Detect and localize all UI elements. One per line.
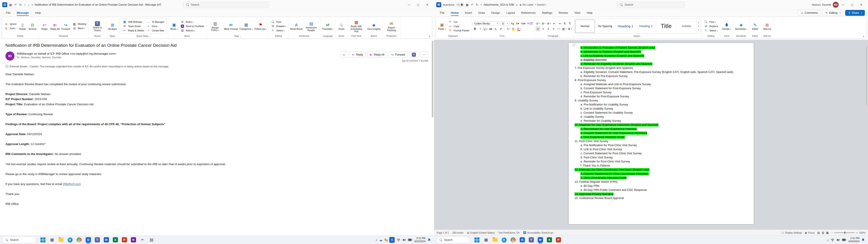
read-aloud-button[interactable]: ARead Aloud <box>289 22 303 31</box>
restore-button[interactable]: ▢ <box>848 1 857 8</box>
reply-with-scheduling-poll-button[interactable]: ▦Reply with Scheduling Poll <box>348 19 364 33</box>
task-view-button-icon[interactable]: ▦ <box>482 236 490 244</box>
word-app-icon[interactable]: W <box>536 236 544 244</box>
dictate-button[interactable]: ⬮Dictate▾ <box>721 22 732 31</box>
minimize-button[interactable]: — <box>839 1 848 8</box>
chrome-browser-icon[interactable] <box>75 236 83 244</box>
document-list-item[interactable]: b. Clinic Coordinator Interview Guide <box>575 176 748 180</box>
document-list-item[interactable]: b. Link to Usability Survey <box>575 106 748 111</box>
mark-unread-button[interactable]: ✉Mark Unread <box>223 22 239 31</box>
word-app-icon[interactable]: W <box>102 236 110 244</box>
tab-file[interactable]: File <box>3 10 13 16</box>
font-size-select[interactable]: 11▾ <box>500 22 509 26</box>
document-list-item[interactable]: b. Consent Statement for User Experience… <box>575 131 748 135</box>
align-center-button[interactable]: ≡ <box>541 27 546 31</box>
sensitivity-label-badge[interactable]: ◈ No Label <box>520 3 533 6</box>
tab-layout[interactable]: Layout <box>504 10 518 16</box>
share-person-icon[interactable]: ⩍ <box>516 3 518 6</box>
actions-button[interactable]: ▤Actions▾ <box>179 28 205 33</box>
tab-help[interactable]: Help <box>32 10 43 16</box>
style-subtitle[interactable]: Subtitle <box>677 20 697 33</box>
quickstep-40th-birthday[interactable]: ▦40th Birthday <box>121 20 145 24</box>
document-page[interactable]: a. Introduction to Providers of Patient … <box>569 43 754 224</box>
wifi-icon[interactable] <box>397 238 400 242</box>
reply-all-button[interactable]: ⇇Reply All <box>50 22 60 31</box>
email-link[interactable]: IRB@icfi.com <box>63 182 81 186</box>
customize-quick-access-icon[interactable]: ▾ <box>481 4 482 6</box>
document-list-item[interactable]: b. 60-Day FRN Public Comment and CDC Res… <box>575 188 748 192</box>
task-view-button-icon[interactable]: ▦ <box>48 236 56 244</box>
status-283-words[interactable]: 283 words <box>453 231 463 234</box>
font-name-select[interactable]: Calibri (Body)▾ <box>473 22 499 26</box>
quickstep-to-manager[interactable]: →To Manager <box>145 20 165 24</box>
close-button[interactable]: ✕ <box>857 1 866 8</box>
document-list-item[interactable]: b. Introduction to Patients (English and… <box>575 50 748 54</box>
excel-app-icon[interactable]: X <box>545 236 553 244</box>
status-english-united-states-[interactable]: ▤English (United States) <box>467 231 495 234</box>
reply-button[interactable]: ↩Reply <box>349 52 366 58</box>
tab-file[interactable]: File <box>437 10 447 16</box>
document-list-item[interactable]: 15. Institutional Review Board Approval <box>575 196 748 200</box>
zoom-out-icon[interactable]: − <box>831 231 833 234</box>
text-highlight-button[interactable]: A▾ <box>511 27 516 31</box>
web-layout-icon[interactable]: ▦ <box>826 231 829 234</box>
tab-references[interactable]: References <box>519 10 538 16</box>
find-button[interactable]: Find▾ <box>703 20 719 24</box>
decrease-font-size-button[interactable]: A▾ <box>515 21 520 26</box>
document-list-item[interactable]: a. Consent Statement for Clinic Coordina… <box>575 172 748 176</box>
document-list-item[interactable]: d. Usability Survey <box>575 115 748 119</box>
find-button[interactable]: Find <box>270 20 287 24</box>
all-apps-button[interactable]: ⊞All Apps <box>107 22 118 31</box>
document-list-item[interactable]: c. Consent Statement for Post-Clinic Vis… <box>575 151 748 155</box>
file-explorer-icon[interactable] <box>491 236 499 244</box>
styles-gallery-scroll[interactable]: ▴▾≡ <box>697 21 700 32</box>
tab-design[interactable]: Design <box>489 10 503 16</box>
status-display-settings[interactable]: ▢Display Settings <box>782 231 802 234</box>
decrease-indent-button[interactable]: ⇤ <box>552 21 557 26</box>
document-list-item[interactable]: 12. Materials for Clinic Coordinator Int… <box>575 167 748 172</box>
status-focus[interactable]: ▣Focus <box>805 231 815 234</box>
send-to-onenote-button[interactable]: NSend to OneNote <box>179 24 205 28</box>
junk-button[interactable]: ⊖Junk▾ <box>3 26 18 30</box>
document-list-item[interactable]: a. Eligibility Screener, Consent Stateme… <box>575 70 748 74</box>
edge-browser-icon[interactable]: e <box>66 236 74 244</box>
borders-button[interactable]: ⊞▾ <box>567 27 572 31</box>
undo-icon[interactable]: ↶ <box>14 3 17 6</box>
forward-button[interactable]: ↪Forward <box>388 52 408 58</box>
tab-draw[interactable]: Draw <box>475 10 488 16</box>
status-text-predictions-on[interactable]: Text Predictions: On <box>498 231 520 234</box>
zoom-in-icon[interactable]: + <box>856 231 858 234</box>
document-list-item[interactable]: f. Thank You to Patients <box>575 163 748 167</box>
document-list-item[interactable]: a. Pre-Notification for Usability Survey <box>575 102 748 106</box>
maximize-button[interactable]: ▢ <box>414 1 423 8</box>
read-mode-icon[interactable]: ▤ <box>817 231 820 234</box>
dialog-launcher-icon[interactable]: ⌟ <box>641 35 642 37</box>
sensitivity-button[interactable]: ◈Sensitivity▾ <box>734 22 748 31</box>
start-button-icon[interactable] <box>473 236 481 244</box>
line-spacing-button[interactable]: ↕▾ <box>557 27 561 31</box>
user-name[interactable]: Nielsen, Danielle <box>812 3 831 6</box>
document-list-item[interactable]: c. Post-Exposure Survey <box>575 90 748 94</box>
teams-app-icon[interactable]: T <box>527 236 535 244</box>
status-page-1-of-1[interactable]: Page 1 of 1 <box>437 231 449 234</box>
italic-button[interactable]: I <box>478 27 483 31</box>
multilevel-list-button[interactable]: ≣▾ <box>547 21 551 26</box>
assign-policy-button[interactable]: ▥Assign Policy▾ <box>208 20 223 32</box>
document-list-item[interactable]: a. Introduction to Providers of Patient … <box>575 45 748 50</box>
format-painter-button[interactable]: ✎Format Painter <box>447 28 470 33</box>
document-list-item[interactable]: c. Consent Statement for Usability Surve… <box>575 111 748 115</box>
excel-app-icon[interactable]: X <box>111 236 119 244</box>
redo-icon[interactable]: ↻ <box>476 3 478 6</box>
file-explorer-icon[interactable] <box>57 236 65 244</box>
clear-formatting-button[interactable]: A⌫ <box>527 21 533 26</box>
microphone-in-use-icon[interactable] <box>389 237 395 243</box>
tab-message[interactable]: Message <box>14 10 31 16</box>
email-scrollbar[interactable] <box>432 41 433 235</box>
style-heading-1[interactable]: Heading 1 <box>616 20 636 33</box>
comments-button[interactable]: ▭ Comments <box>798 10 821 16</box>
emoji-reaction-button[interactable]: ☺ <box>340 52 348 58</box>
previous-item-icon[interactable]: ↑ <box>24 3 26 6</box>
teams-app-icon[interactable]: T <box>93 236 101 244</box>
document-name[interactable]: Attachments_SSA & SSB <box>484 3 514 6</box>
redo-icon[interactable]: ↻ <box>19 3 22 6</box>
